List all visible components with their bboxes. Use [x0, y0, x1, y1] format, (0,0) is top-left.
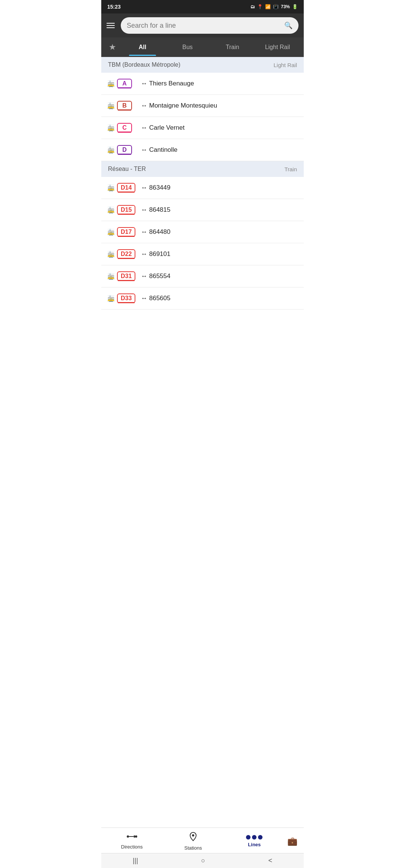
- briefcase-status-icon: 🗂: [250, 4, 255, 9]
- line-item-D17[interactable]: 🚋 D17 ↔ 864480: [101, 221, 304, 243]
- line-route-D22: ↔ 869101: [141, 250, 298, 258]
- search-icon: 🔍: [284, 21, 292, 30]
- line-item-D31[interactable]: 🚋 D31 ↔ 865554: [101, 265, 304, 287]
- battery-text: 73%: [281, 4, 290, 9]
- line-route-B: ↔ Montaigne Montesquieu: [141, 102, 298, 109]
- tram-icon-C: 🚋: [107, 124, 115, 132]
- status-bar: 15:23 🗂 📍 📶 📳 73% 🔋: [101, 0, 304, 13]
- line-badge-D33: 🚋 D33: [107, 293, 137, 303]
- line-item-D15[interactable]: 🚋 D15 ↔ 864815: [101, 199, 304, 221]
- badge-A: A: [117, 79, 132, 88]
- train-icon-D15: 🚋: [107, 207, 115, 214]
- line-route-D15: ↔ 864815: [141, 206, 298, 214]
- line-item-D[interactable]: 🚋 D ↔ Cantinolle: [101, 139, 304, 161]
- status-icons: 🗂 📍 📶 📳 73% 🔋: [250, 4, 298, 9]
- search-bar[interactable]: 🔍: [121, 17, 298, 34]
- train-icon-D17: 🚋: [107, 229, 115, 236]
- badge-B: B: [117, 101, 132, 111]
- badge-D17: D17: [117, 227, 135, 237]
- badge-D33: D33: [117, 293, 135, 303]
- tab-train[interactable]: Train: [210, 39, 255, 56]
- tab-lightrail[interactable]: Light Rail: [255, 39, 300, 56]
- line-badge-B: 🚋 B: [107, 101, 137, 111]
- content-area: TBM (Bordeaux Métropole) Light Rail 🚋 A …: [101, 57, 304, 355]
- badge-D31: D31: [117, 271, 135, 281]
- tram-icon-B: 🚋: [107, 102, 115, 109]
- badge-D: D: [117, 145, 132, 155]
- badge-D22: D22: [117, 249, 135, 259]
- search-input[interactable]: [127, 22, 280, 30]
- tab-bus[interactable]: Bus: [165, 39, 210, 56]
- line-badge-D22: 🚋 D22: [107, 249, 137, 259]
- line-item-D14[interactable]: 🚋 D14 ↔ 863449: [101, 177, 304, 199]
- train-icon-D14: 🚋: [107, 184, 115, 192]
- section-type-ter: Train: [284, 166, 297, 172]
- line-route-D14: ↔ 863449: [141, 184, 298, 192]
- badge-C: C: [117, 123, 132, 133]
- section-header-tbm: TBM (Bordeaux Métropole) Light Rail: [101, 57, 304, 73]
- tram-icon-D: 🚋: [107, 147, 115, 154]
- line-badge-D: 🚋 D: [107, 145, 137, 155]
- train-icon-D31: 🚋: [107, 273, 115, 280]
- line-route-D31: ↔ 865554: [141, 272, 298, 280]
- line-badge-A: 🚋 A: [107, 79, 137, 88]
- status-time: 15:23: [107, 4, 121, 10]
- section-header-ter: Réseau - TER Train: [101, 161, 304, 177]
- header: 🔍: [101, 13, 304, 37]
- line-badge-D14: 🚋 D14: [107, 183, 137, 193]
- menu-button[interactable]: [106, 23, 116, 28]
- tram-icon-A: 🚋: [107, 80, 115, 87]
- badge-D15: D15: [117, 205, 135, 215]
- line-badge-C: 🚋 C: [107, 123, 137, 133]
- line-route-A: ↔ Thiers Benauge: [141, 80, 298, 87]
- wifi-status-icon: 📶: [265, 4, 271, 9]
- line-item-B[interactable]: 🚋 B ↔ Montaigne Montesquieu: [101, 95, 304, 117]
- line-badge-D15: 🚋 D15: [107, 205, 137, 215]
- line-badge-D17: 🚋 D17: [107, 227, 137, 237]
- tabs-bar: ★ All Bus Train Light Rail: [101, 37, 304, 57]
- line-route-C: ↔ Carle Vernet: [141, 124, 298, 132]
- tab-favorites[interactable]: ★: [105, 42, 120, 52]
- battery-status-icon: 🔋: [292, 4, 298, 9]
- line-item-D33[interactable]: 🚋 D33 ↔ 865605: [101, 287, 304, 310]
- train-icon-D22: 🚋: [107, 251, 115, 258]
- line-route-D: ↔ Cantinolle: [141, 146, 298, 154]
- line-route-D33: ↔ 865605: [141, 295, 298, 302]
- signal-status-icon: 📳: [273, 4, 279, 9]
- line-item-C[interactable]: 🚋 C ↔ Carle Vernet: [101, 117, 304, 139]
- line-route-D17: ↔ 864480: [141, 228, 298, 236]
- line-item-A[interactable]: 🚋 A ↔ Thiers Benauge: [101, 73, 304, 95]
- line-badge-D31: 🚋 D31: [107, 271, 137, 281]
- location-status-icon: 📍: [257, 4, 263, 9]
- line-item-D22[interactable]: 🚋 D22 ↔ 869101: [101, 243, 304, 265]
- badge-D14: D14: [117, 183, 135, 193]
- train-icon-D33: 🚋: [107, 295, 115, 302]
- section-name-tbm: TBM (Bordeaux Métropole): [108, 61, 180, 68]
- section-type-tbm: Light Rail: [273, 62, 297, 68]
- tab-all[interactable]: All: [120, 39, 165, 56]
- section-name-ter: Réseau - TER: [108, 166, 146, 172]
